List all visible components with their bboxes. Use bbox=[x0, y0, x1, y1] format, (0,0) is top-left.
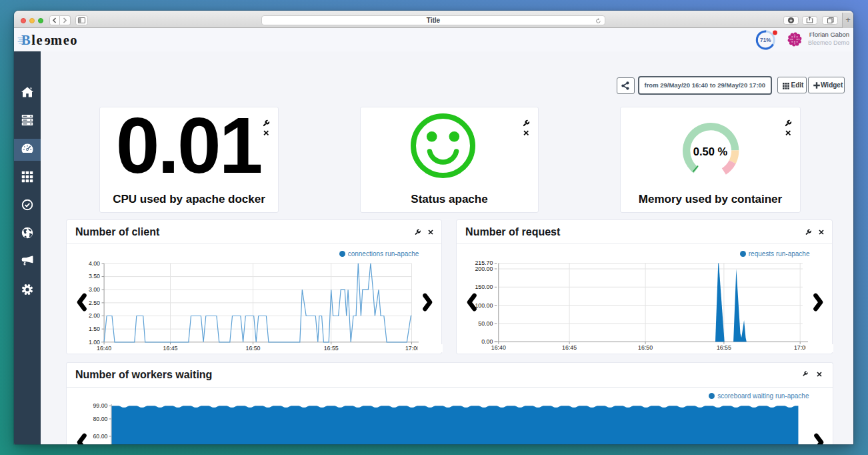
svg-text:2.00: 2.00 bbox=[88, 312, 99, 319]
svg-text:1.50: 1.50 bbox=[88, 326, 99, 332]
svg-text:16:55: 16:55 bbox=[716, 344, 731, 351]
svg-text:3.00: 3.00 bbox=[88, 286, 99, 293]
svg-text:16:40: 16:40 bbox=[491, 344, 505, 351]
svg-text:16:40: 16:40 bbox=[97, 344, 111, 351]
svg-text:150.00: 150.00 bbox=[475, 284, 493, 290]
svg-text:16:45: 16:45 bbox=[163, 344, 177, 351]
svg-text:3.50: 3.50 bbox=[88, 273, 99, 280]
svg-text:16:55: 16:55 bbox=[323, 344, 338, 351]
svg-text:200.00: 200.00 bbox=[475, 265, 493, 272]
svg-text:16:50: 16:50 bbox=[245, 344, 260, 351]
svg-text:2.50: 2.50 bbox=[88, 299, 99, 306]
svg-text:16:45: 16:45 bbox=[562, 344, 577, 351]
svg-text:16:50: 16:50 bbox=[638, 344, 653, 351]
svg-text:80.00: 80.00 bbox=[93, 415, 107, 422]
svg-text:99.00: 99.00 bbox=[93, 402, 107, 409]
svg-text:60.00: 60.00 bbox=[93, 433, 107, 440]
svg-text:50.00: 50.00 bbox=[478, 320, 493, 326]
svg-text:4.00: 4.00 bbox=[88, 260, 99, 266]
